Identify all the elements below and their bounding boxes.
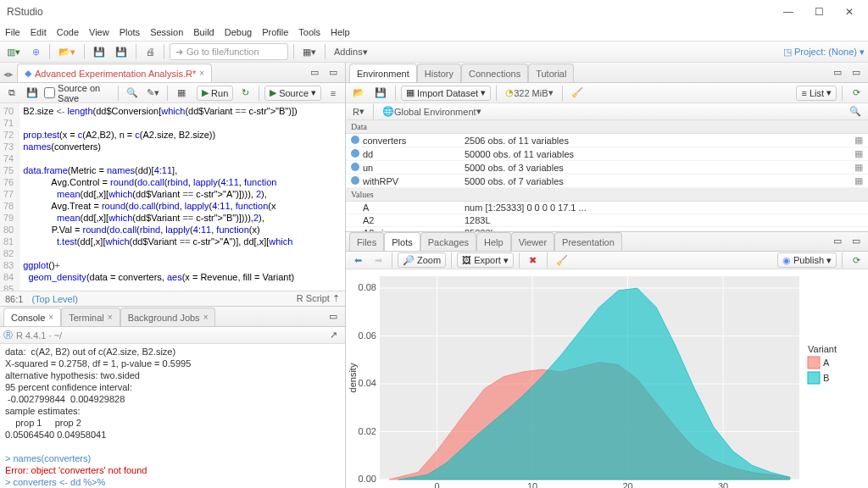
menu-profile[interactable]: Profile bbox=[262, 27, 288, 37]
goto-file-input[interactable]: ➜ Go to file/function bbox=[170, 43, 288, 60]
menu-help[interactable]: Help bbox=[331, 27, 350, 37]
window-title: RStudio bbox=[7, 6, 43, 18]
minimize-button[interactable]: — bbox=[776, 3, 800, 20]
svg-text:0.00: 0.00 bbox=[359, 474, 376, 484]
console-wd[interactable]: R 4.4.1 · ~/ bbox=[16, 330, 62, 341]
project-icon: ◳ bbox=[783, 47, 792, 58]
svg-text:0.04: 0.04 bbox=[359, 378, 376, 388]
code-editor[interactable]: 7071727374757677787980818283848586878889… bbox=[0, 103, 345, 291]
pane-collapse-icon[interactable]: ▭ bbox=[829, 64, 846, 80]
addins-menu[interactable]: Addins ▾ bbox=[331, 43, 371, 60]
load-ws-icon[interactable]: 📂 bbox=[349, 85, 368, 102]
tab-viewer[interactable]: Viewer bbox=[511, 232, 554, 251]
plot-prev-icon[interactable]: ⬅ bbox=[349, 252, 366, 269]
tab-console[interactable]: Console× bbox=[3, 308, 61, 326]
env-row[interactable]: withRPV5000 obs. of 7 variables▦ bbox=[346, 175, 868, 188]
refresh-icon[interactable]: ⟳ bbox=[848, 85, 865, 102]
tab-connections[interactable]: Connections bbox=[461, 64, 528, 82]
maximize-button[interactable]: ☐ bbox=[807, 3, 831, 20]
menu-edit[interactable]: Edit bbox=[31, 27, 47, 37]
r-scope[interactable]: R ▾ bbox=[349, 103, 368, 120]
outline-icon[interactable]: ≡ bbox=[325, 85, 342, 102]
menu-code[interactable]: Code bbox=[57, 27, 79, 37]
tab-plots[interactable]: Plots bbox=[384, 232, 420, 251]
env-row[interactable]: un5000 obs. of 3 variables▦ bbox=[346, 161, 868, 175]
tab-background-jobs[interactable]: Background Jobs× bbox=[120, 308, 216, 326]
scope-label[interactable]: (Top Level) bbox=[23, 294, 296, 304]
import-dataset-button[interactable]: ▦ Import Dataset ▾ bbox=[401, 86, 491, 101]
env-row[interactable]: A21283L bbox=[346, 214, 868, 227]
pane-max-icon[interactable]: ▭ bbox=[306, 64, 323, 80]
svg-text:Variant: Variant bbox=[808, 344, 837, 354]
env-scope[interactable]: 🌐 Global Environment ▾ bbox=[379, 103, 485, 120]
pane-collapse-icon[interactable]: ▭ bbox=[829, 232, 846, 249]
popout-icon[interactable]: ⧉ bbox=[3, 85, 20, 102]
run-button[interactable]: ▶Run bbox=[197, 86, 233, 101]
memory-indicator[interactable]: ◔ 322 MiB ▾ bbox=[502, 85, 556, 102]
refresh-plot-icon[interactable]: ⟳ bbox=[848, 252, 865, 269]
save-source-icon[interactable]: 💾 bbox=[24, 85, 41, 102]
svg-rect-22 bbox=[808, 357, 820, 369]
env-row[interactable]: dd50000 obs. of 11 variables▦ bbox=[346, 147, 868, 161]
broom-icon[interactable]: 🧹 bbox=[568, 85, 587, 102]
project-menu[interactable]: ◳ Project: (None) ▾ bbox=[783, 47, 865, 58]
rerun-icon[interactable]: ↻ bbox=[236, 85, 253, 102]
environment-table[interactable]: Dataconverters2506 obs. of 11 variables▦… bbox=[346, 120, 868, 231]
tab-help[interactable]: Help bbox=[476, 232, 511, 251]
tab-history[interactable]: History bbox=[417, 64, 461, 82]
menu-session[interactable]: Session bbox=[150, 27, 183, 37]
source-button[interactable]: ▶Source ▾ bbox=[264, 86, 321, 101]
env-row[interactable]: converters2506 obs. of 11 variables▦ bbox=[346, 134, 868, 147]
grid-icon[interactable]: ▦▾ bbox=[299, 43, 320, 60]
zoom-button[interactable]: 🔎 Zoom bbox=[398, 252, 446, 268]
save-all-icon[interactable]: 💾 bbox=[112, 43, 131, 60]
menu-plots[interactable]: Plots bbox=[120, 27, 140, 37]
view-mode-button[interactable]: ≡ List ▾ bbox=[796, 86, 837, 101]
clear-plots-icon[interactable]: 🧹 bbox=[553, 252, 571, 269]
main-toolbar: ▥▾ ⊕ 📂▾ 💾 💾 🖨 ➜ Go to file/function ▦▾ A… bbox=[0, 41, 868, 63]
plot-canvas: 01020300.000.020.040.060.08Revenuedensit… bbox=[346, 269, 868, 488]
save-ws-icon[interactable]: 💾 bbox=[371, 85, 390, 102]
compile-icon[interactable]: ▦ bbox=[173, 85, 190, 102]
menu-tools[interactable]: Tools bbox=[298, 27, 320, 37]
console-output[interactable]: data: c(A2, B2) out of c(A2.size, B2.siz… bbox=[0, 344, 345, 488]
menu-debug[interactable]: Debug bbox=[225, 27, 252, 37]
search-icon[interactable]: 🔍 bbox=[846, 103, 865, 120]
tab-tutorial[interactable]: Tutorial bbox=[528, 64, 574, 82]
svg-text:0.08: 0.08 bbox=[359, 282, 376, 292]
menu-file[interactable]: File bbox=[5, 27, 20, 37]
tab-environment[interactable]: Environment bbox=[349, 64, 417, 82]
tab-terminal[interactable]: Terminal× bbox=[61, 308, 120, 326]
new-file-icon[interactable]: ▥▾ bbox=[3, 43, 24, 60]
publish-button[interactable]: ◉ Publish ▾ bbox=[777, 252, 837, 268]
plot-next-icon[interactable]: ➡ bbox=[370, 252, 387, 269]
wand-icon[interactable]: ✎▾ bbox=[144, 85, 162, 102]
env-row[interactable]: Anum [1:25333] 0 0 0 0 17.1 ... bbox=[346, 202, 868, 214]
svg-text:0.02: 0.02 bbox=[359, 426, 376, 436]
print-icon[interactable]: 🖨 bbox=[142, 43, 159, 60]
r-logo-icon: Ⓡ bbox=[3, 329, 13, 341]
open-file-icon[interactable]: 📂▾ bbox=[55, 43, 79, 60]
close-icon[interactable]: × bbox=[199, 69, 204, 78]
tab-files[interactable]: Files bbox=[349, 232, 384, 251]
tab-presentation[interactable]: Presentation bbox=[554, 232, 622, 251]
nav-back-icon[interactable]: ◂▸ bbox=[3, 69, 17, 82]
lang-label[interactable]: R Script bbox=[297, 293, 330, 303]
remove-plot-icon[interactable]: ✖ bbox=[525, 252, 542, 269]
source-tab[interactable]: ◆ Advanced Experimentation Analysis.R* × bbox=[17, 64, 212, 82]
pane-max-icon[interactable]: ▭ bbox=[848, 232, 865, 249]
source-on-save[interactable]: Source on Save bbox=[44, 83, 113, 103]
console-menu-icon[interactable]: ↗ bbox=[325, 327, 342, 344]
pane-collapse-icon[interactable]: ▭ bbox=[325, 64, 342, 80]
export-button[interactable]: 🖼 Export ▾ bbox=[457, 252, 514, 268]
save-icon[interactable]: 💾 bbox=[90, 43, 108, 60]
find-icon[interactable]: 🔍 bbox=[124, 85, 141, 102]
menu-view[interactable]: View bbox=[89, 27, 109, 37]
close-button[interactable]: ✕ bbox=[837, 3, 861, 20]
new-project-icon[interactable]: ⊕ bbox=[27, 43, 44, 60]
pane-max-icon[interactable]: ▭ bbox=[325, 308, 342, 324]
tab-packages[interactable]: Packages bbox=[420, 232, 476, 251]
pane-max-icon[interactable]: ▭ bbox=[848, 64, 865, 80]
env-row[interactable]: A2.size25333L bbox=[346, 227, 868, 231]
menu-build[interactable]: Build bbox=[193, 27, 214, 37]
